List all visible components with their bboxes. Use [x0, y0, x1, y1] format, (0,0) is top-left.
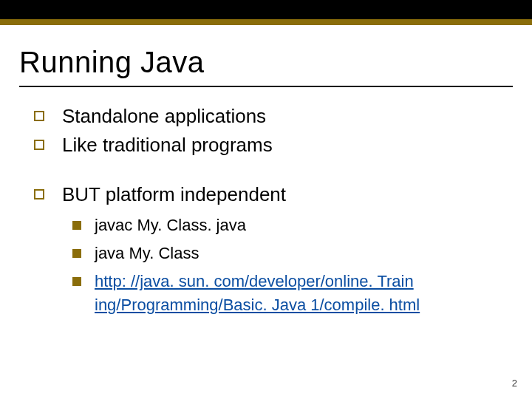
accent-band: [0, 19, 532, 25]
bullet-text: Like traditional programs: [62, 134, 273, 156]
sub-bullet-item: javac My. Class. java: [69, 214, 502, 237]
bullet-list: BUT platform independent javac My. Class…: [30, 182, 502, 317]
content-area: Standalone applications Like traditional…: [30, 103, 502, 321]
sub-bullet-item: http: //java. sun. com/developer/online.…: [69, 270, 502, 317]
sub-bullet-text: java My. Class: [95, 244, 199, 262]
sub-bullet-item: java My. Class: [69, 242, 502, 265]
page-number: 2: [512, 378, 517, 389]
title-rule: [19, 86, 513, 87]
bullet-item: Like traditional programs: [30, 132, 502, 158]
reference-link[interactable]: http: //java. sun. com/developer/online.…: [95, 272, 420, 314]
spacer: [30, 161, 502, 182]
sub-bullet-text: javac My. Class. java: [95, 216, 246, 234]
bullet-item: BUT platform independent javac My. Class…: [30, 182, 502, 317]
bullet-text: Standalone applications: [62, 105, 266, 127]
slide-title: Running Java: [19, 46, 205, 79]
slide: Running Java Standalone applications Lik…: [0, 0, 532, 399]
sub-bullet-list: javac My. Class. java java My. Class htt…: [62, 214, 502, 317]
bullet-item: Standalone applications: [30, 103, 502, 129]
bullet-text: BUT platform independent: [62, 183, 286, 205]
top-band: [0, 0, 532, 19]
bullet-list: Standalone applications Like traditional…: [30, 103, 502, 158]
